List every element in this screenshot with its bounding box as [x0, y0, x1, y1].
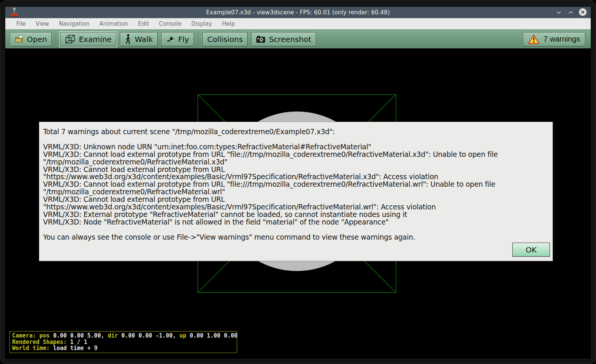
dialog-line: You can always see the console or use Fi… — [43, 234, 550, 241]
status-line: Rendered Shapes: 1 / 1 — [12, 339, 234, 345]
toolbar-button-label: Fly — [178, 35, 189, 44]
dialog-line: VRML/X3D: Node "RefractiveMaterial" is n… — [43, 218, 550, 226]
dialog-line: VRML/X3D: External prototype "Refractive… — [43, 211, 550, 218]
toolbar-button-label: Walk — [135, 35, 153, 44]
window-title: Example07.x3d - view3dscene - FPS: 60.01… — [5, 9, 591, 16]
warnings-button-label: 7 warnings — [543, 35, 580, 43]
status-label: Camera: pos — [12, 332, 53, 339]
toolbar-button-label: Open — [27, 35, 47, 44]
minimize-button[interactable] — [554, 8, 563, 17]
toolbar: OpenExamineWalkFlyCollisionsScreenshot 7… — [5, 29, 591, 48]
open-button[interactable]: Open — [10, 32, 52, 46]
status-value: 1 / 1 — [70, 339, 87, 345]
status-label: dir — [108, 332, 121, 339]
open-folder-icon — [15, 35, 23, 43]
dialog-text: Total 7 warnings about current scene "/t… — [43, 128, 550, 241]
walk-person-icon — [125, 34, 131, 45]
dialog-line: VRML/X3D: Cannot load external prototype… — [43, 151, 550, 158]
dialog-line: "/tmp/mozilla_coderextreme0/RefractiveMa… — [43, 188, 550, 196]
maximize-button[interactable] — [566, 8, 576, 17]
title-bar: Example07.x3d - view3dscene - FPS: 60.01… — [5, 7, 591, 18]
dialog-line — [43, 226, 550, 234]
warning-triangle-icon — [528, 34, 540, 45]
app-window: Example07.x3d - view3dscene - FPS: 60.01… — [0, 0, 596, 364]
menu-console[interactable]: Console — [154, 18, 186, 29]
screenshot-button[interactable]: Screenshot — [251, 32, 316, 46]
menu-navigation[interactable]: Navigation — [54, 18, 95, 29]
toolbar-buttons: OpenExamineWalkFlyCollisionsScreenshot — [10, 32, 320, 47]
status-value: 0.00 0.00 -1.00, — [121, 332, 180, 339]
collisions-button[interactable]: Collisions — [202, 32, 248, 46]
dialog-line: "https://www.web3d.org/x3d/content/examp… — [43, 203, 550, 211]
dialog-line: VRML/X3D: Cannot load external prototype… — [43, 166, 550, 173]
toolbar-separator — [56, 32, 56, 47]
toolbar-separator — [198, 32, 199, 47]
close-icon — [579, 8, 587, 17]
close-button[interactable] — [578, 8, 588, 17]
menu-bar: FileViewNavigationAnimationEditConsoleDi… — [5, 18, 591, 29]
dialog-line: VRML/X3D: Unknown node URN "urn:inet:foo… — [43, 143, 550, 151]
window-controls — [554, 7, 588, 18]
status-label: up — [180, 332, 190, 339]
status-label: Rendered Shapes: — [12, 339, 70, 345]
status-line: Camera: pos 0.00 0.00 5.00, dir 0.00 0.0… — [12, 333, 234, 339]
walk-button[interactable]: Walk — [120, 32, 158, 46]
toolbar-button-label: Collisions — [207, 35, 243, 44]
menu-view[interactable]: View — [31, 18, 54, 29]
menu-file[interactable]: File — [11, 18, 31, 29]
fly-button[interactable]: Fly — [161, 32, 194, 46]
toolbar-button-label: Examine — [79, 35, 112, 44]
camera-icon — [256, 36, 265, 43]
menu-edit[interactable]: Edit — [133, 18, 154, 29]
dialog-line: VRML/X3D: Cannot load external prototype… — [43, 181, 550, 188]
chevron-up-icon — [568, 10, 574, 15]
examine-cube-icon — [65, 34, 75, 44]
fly-bird-icon — [166, 35, 175, 43]
3d-viewport[interactable]: Total 7 warnings about current scene "/t… — [5, 48, 591, 359]
status-value: 0.00 0.00 5.00, — [53, 332, 108, 339]
dialog-line: "/tmp/mozilla_coderextreme0/RefractiveMa… — [43, 158, 550, 166]
warnings-button[interactable]: 7 warnings — [523, 32, 585, 46]
warnings-dialog: Total 7 warnings about current scene "/t… — [39, 122, 553, 261]
menu-help[interactable]: Help — [217, 18, 240, 29]
status-line: World time: load time + 9 — [12, 345, 234, 352]
status-value: load time + 9 — [53, 345, 97, 352]
status-label: World time: — [12, 345, 53, 352]
menu-display[interactable]: Display — [186, 18, 217, 29]
examine-button[interactable]: Examine — [60, 32, 116, 46]
chevron-down-icon — [556, 10, 562, 15]
menu-animation[interactable]: Animation — [95, 18, 133, 29]
dialog-line: VRML/X3D: Cannot load external prototype… — [43, 196, 550, 203]
status-box: Camera: pos 0.00 0.00 5.00, dir 0.00 0.0… — [9, 331, 237, 353]
toolbar-button-label: Screenshot — [269, 35, 311, 44]
dialog-line — [43, 136, 550, 143]
dialog-line: "https://www.web3d.org/x3d/content/examp… — [43, 173, 550, 181]
status-value: 0.00 1.00 0.00 — [190, 332, 237, 339]
dialog-line: Total 7 warnings about current scene "/t… — [43, 128, 550, 136]
ok-button[interactable]: OK — [512, 243, 550, 257]
